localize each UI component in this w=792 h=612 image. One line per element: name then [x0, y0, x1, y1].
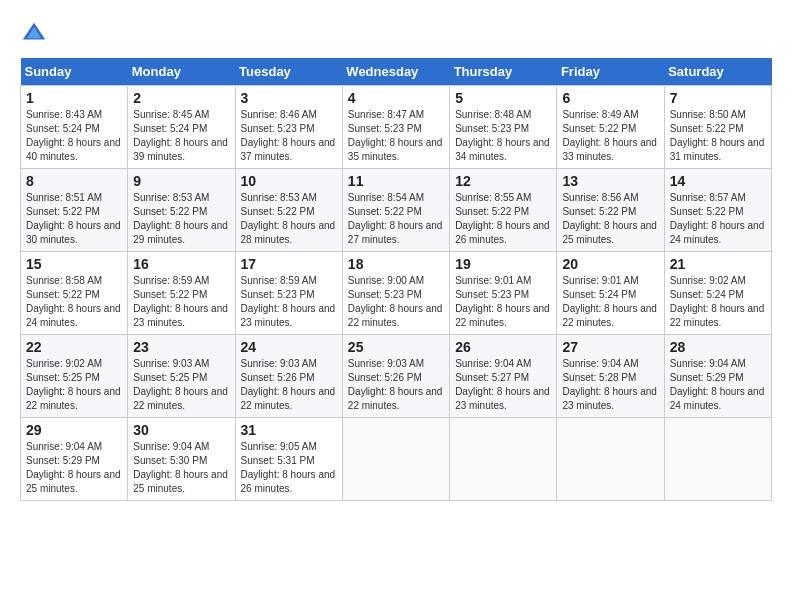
calendar-cell: 17 Sunrise: 8:59 AM Sunset: 5:23 PM Dayl…: [235, 252, 342, 335]
calendar-cell: 10 Sunrise: 8:53 AM Sunset: 5:22 PM Dayl…: [235, 169, 342, 252]
day-info: Sunrise: 8:53 AM Sunset: 5:22 PM Dayligh…: [241, 191, 337, 247]
day-info: Sunrise: 9:04 AM Sunset: 5:28 PM Dayligh…: [562, 357, 658, 413]
day-number: 21: [670, 256, 766, 272]
day-info: Sunrise: 9:04 AM Sunset: 5:27 PM Dayligh…: [455, 357, 551, 413]
day-info: Sunrise: 8:43 AM Sunset: 5:24 PM Dayligh…: [26, 108, 122, 164]
weekday-header: Saturday: [664, 58, 771, 86]
day-number: 13: [562, 173, 658, 189]
day-info: Sunrise: 9:02 AM Sunset: 5:24 PM Dayligh…: [670, 274, 766, 330]
day-number: 23: [133, 339, 229, 355]
day-info: Sunrise: 9:04 AM Sunset: 5:29 PM Dayligh…: [670, 357, 766, 413]
calendar-table: SundayMondayTuesdayWednesdayThursdayFrid…: [20, 58, 772, 501]
day-number: 8: [26, 173, 122, 189]
day-number: 7: [670, 90, 766, 106]
day-info: Sunrise: 9:04 AM Sunset: 5:29 PM Dayligh…: [26, 440, 122, 496]
calendar-cell: 30 Sunrise: 9:04 AM Sunset: 5:30 PM Dayl…: [128, 418, 235, 501]
day-number: 4: [348, 90, 444, 106]
day-info: Sunrise: 8:48 AM Sunset: 5:23 PM Dayligh…: [455, 108, 551, 164]
weekday-header: Tuesday: [235, 58, 342, 86]
day-number: 27: [562, 339, 658, 355]
page-header: [20, 20, 772, 48]
day-number: 3: [241, 90, 337, 106]
day-number: 30: [133, 422, 229, 438]
calendar-cell: 13 Sunrise: 8:56 AM Sunset: 5:22 PM Dayl…: [557, 169, 664, 252]
day-number: 2: [133, 90, 229, 106]
day-info: Sunrise: 9:01 AM Sunset: 5:24 PM Dayligh…: [562, 274, 658, 330]
calendar-cell: 7 Sunrise: 8:50 AM Sunset: 5:22 PM Dayli…: [664, 86, 771, 169]
day-info: Sunrise: 9:02 AM Sunset: 5:25 PM Dayligh…: [26, 357, 122, 413]
day-number: 9: [133, 173, 229, 189]
calendar-cell: 9 Sunrise: 8:53 AM Sunset: 5:22 PM Dayli…: [128, 169, 235, 252]
weekday-header: Thursday: [450, 58, 557, 86]
calendar-cell: 1 Sunrise: 8:43 AM Sunset: 5:24 PM Dayli…: [21, 86, 128, 169]
calendar-week-row: 1 Sunrise: 8:43 AM Sunset: 5:24 PM Dayli…: [21, 86, 772, 169]
weekday-header: Wednesday: [342, 58, 449, 86]
day-info: Sunrise: 8:46 AM Sunset: 5:23 PM Dayligh…: [241, 108, 337, 164]
calendar-cell: 21 Sunrise: 9:02 AM Sunset: 5:24 PM Dayl…: [664, 252, 771, 335]
day-info: Sunrise: 8:47 AM Sunset: 5:23 PM Dayligh…: [348, 108, 444, 164]
calendar-cell: 19 Sunrise: 9:01 AM Sunset: 5:23 PM Dayl…: [450, 252, 557, 335]
calendar-cell: [557, 418, 664, 501]
day-number: 6: [562, 90, 658, 106]
calendar-cell: [450, 418, 557, 501]
calendar-cell: 29 Sunrise: 9:04 AM Sunset: 5:29 PM Dayl…: [21, 418, 128, 501]
day-info: Sunrise: 8:56 AM Sunset: 5:22 PM Dayligh…: [562, 191, 658, 247]
day-number: 29: [26, 422, 122, 438]
calendar-cell: 8 Sunrise: 8:51 AM Sunset: 5:22 PM Dayli…: [21, 169, 128, 252]
calendar-cell: [664, 418, 771, 501]
calendar-week-row: 15 Sunrise: 8:58 AM Sunset: 5:22 PM Dayl…: [21, 252, 772, 335]
calendar-cell: 12 Sunrise: 8:55 AM Sunset: 5:22 PM Dayl…: [450, 169, 557, 252]
day-number: 5: [455, 90, 551, 106]
day-number: 28: [670, 339, 766, 355]
calendar-cell: 14 Sunrise: 8:57 AM Sunset: 5:22 PM Dayl…: [664, 169, 771, 252]
calendar-cell: 20 Sunrise: 9:01 AM Sunset: 5:24 PM Dayl…: [557, 252, 664, 335]
day-number: 31: [241, 422, 337, 438]
day-number: 14: [670, 173, 766, 189]
calendar-cell: 15 Sunrise: 8:58 AM Sunset: 5:22 PM Dayl…: [21, 252, 128, 335]
calendar-cell: 23 Sunrise: 9:03 AM Sunset: 5:25 PM Dayl…: [128, 335, 235, 418]
day-number: 24: [241, 339, 337, 355]
calendar-cell: 2 Sunrise: 8:45 AM Sunset: 5:24 PM Dayli…: [128, 86, 235, 169]
weekday-header: Monday: [128, 58, 235, 86]
day-number: 11: [348, 173, 444, 189]
calendar-cell: 16 Sunrise: 8:59 AM Sunset: 5:22 PM Dayl…: [128, 252, 235, 335]
day-info: Sunrise: 9:04 AM Sunset: 5:30 PM Dayligh…: [133, 440, 229, 496]
day-info: Sunrise: 8:45 AM Sunset: 5:24 PM Dayligh…: [133, 108, 229, 164]
day-number: 22: [26, 339, 122, 355]
weekday-header-row: SundayMondayTuesdayWednesdayThursdayFrid…: [21, 58, 772, 86]
day-info: Sunrise: 9:00 AM Sunset: 5:23 PM Dayligh…: [348, 274, 444, 330]
day-info: Sunrise: 8:53 AM Sunset: 5:22 PM Dayligh…: [133, 191, 229, 247]
calendar-cell: 6 Sunrise: 8:49 AM Sunset: 5:22 PM Dayli…: [557, 86, 664, 169]
day-number: 16: [133, 256, 229, 272]
calendar-cell: 24 Sunrise: 9:03 AM Sunset: 5:26 PM Dayl…: [235, 335, 342, 418]
day-number: 10: [241, 173, 337, 189]
day-number: 1: [26, 90, 122, 106]
day-info: Sunrise: 8:51 AM Sunset: 5:22 PM Dayligh…: [26, 191, 122, 247]
calendar-cell: 4 Sunrise: 8:47 AM Sunset: 5:23 PM Dayli…: [342, 86, 449, 169]
calendar-cell: 18 Sunrise: 9:00 AM Sunset: 5:23 PM Dayl…: [342, 252, 449, 335]
calendar-cell: 31 Sunrise: 9:05 AM Sunset: 5:31 PM Dayl…: [235, 418, 342, 501]
calendar-week-row: 29 Sunrise: 9:04 AM Sunset: 5:29 PM Dayl…: [21, 418, 772, 501]
logo: [20, 20, 52, 48]
day-number: 19: [455, 256, 551, 272]
calendar-cell: 26 Sunrise: 9:04 AM Sunset: 5:27 PM Dayl…: [450, 335, 557, 418]
calendar-cell: 22 Sunrise: 9:02 AM Sunset: 5:25 PM Dayl…: [21, 335, 128, 418]
calendar-cell: 27 Sunrise: 9:04 AM Sunset: 5:28 PM Dayl…: [557, 335, 664, 418]
calendar-cell: 5 Sunrise: 8:48 AM Sunset: 5:23 PM Dayli…: [450, 86, 557, 169]
day-info: Sunrise: 9:03 AM Sunset: 5:25 PM Dayligh…: [133, 357, 229, 413]
day-info: Sunrise: 8:54 AM Sunset: 5:22 PM Dayligh…: [348, 191, 444, 247]
day-info: Sunrise: 8:50 AM Sunset: 5:22 PM Dayligh…: [670, 108, 766, 164]
calendar-cell: 11 Sunrise: 8:54 AM Sunset: 5:22 PM Dayl…: [342, 169, 449, 252]
calendar-week-row: 8 Sunrise: 8:51 AM Sunset: 5:22 PM Dayli…: [21, 169, 772, 252]
calendar-cell: 3 Sunrise: 8:46 AM Sunset: 5:23 PM Dayli…: [235, 86, 342, 169]
weekday-header: Friday: [557, 58, 664, 86]
day-info: Sunrise: 9:03 AM Sunset: 5:26 PM Dayligh…: [241, 357, 337, 413]
day-info: Sunrise: 8:59 AM Sunset: 5:22 PM Dayligh…: [133, 274, 229, 330]
day-number: 17: [241, 256, 337, 272]
day-number: 12: [455, 173, 551, 189]
day-number: 25: [348, 339, 444, 355]
day-number: 18: [348, 256, 444, 272]
day-info: Sunrise: 9:01 AM Sunset: 5:23 PM Dayligh…: [455, 274, 551, 330]
day-info: Sunrise: 8:55 AM Sunset: 5:22 PM Dayligh…: [455, 191, 551, 247]
day-info: Sunrise: 9:05 AM Sunset: 5:31 PM Dayligh…: [241, 440, 337, 496]
